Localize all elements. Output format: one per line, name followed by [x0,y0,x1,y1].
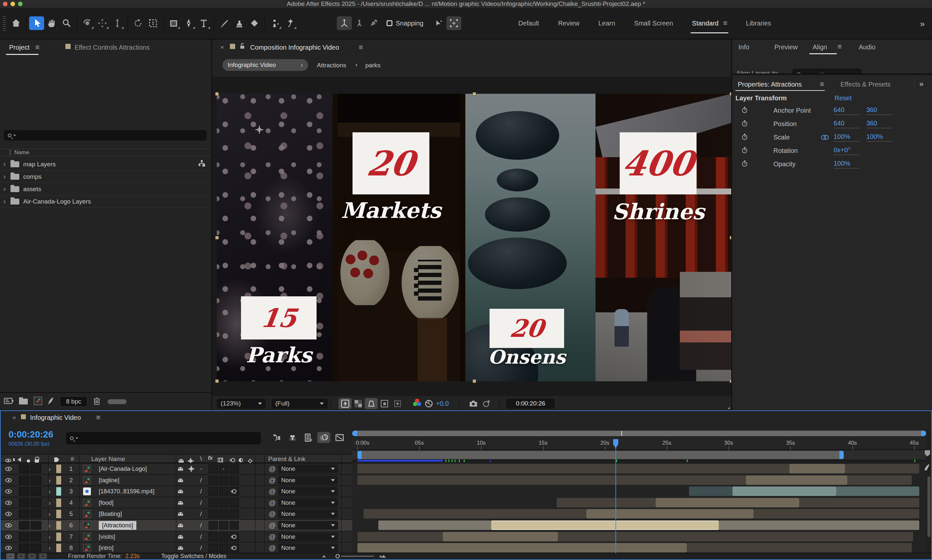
layer-expand-chevron-icon[interactable]: › [48,544,51,552]
layer-bar--attractions-[interactable] [352,520,926,530]
effects-toggle[interactable] [190,467,193,471]
layer-name[interactable]: [visits] [99,533,115,540]
hand-tool[interactable] [44,16,59,30]
switch-cell[interactable] [219,476,228,485]
vertical-scrollbar[interactable] [927,476,930,537]
zoom-in-icon[interactable] [378,555,386,558]
property-value[interactable]: 100% [833,133,860,142]
bit-depth-button[interactable]: 8 bpc [60,396,87,407]
properties-menu-icon[interactable]: ≡ [820,80,824,89]
selection-handle[interactable] [215,236,219,240]
solo-toggle[interactable] [31,510,41,518]
solo-toggle[interactable] [31,487,41,495]
pickwhip-icon[interactable]: @ [269,533,276,541]
transparency-grid-icon[interactable] [352,398,365,409]
zoom-slider-track[interactable] [341,556,374,557]
quality-column-icon[interactable]: \ [200,455,202,462]
layer-name[interactable]: [184370..81596.mp4] [99,488,154,495]
shy-toggle[interactable] [178,467,183,471]
selection-handle[interactable] [472,92,476,96]
layer-row--intro-[interactable]: ›8[intro]/@None [1,542,352,554]
audio-toggle[interactable] [19,487,29,495]
stopwatch-icon[interactable] [742,162,747,167]
property-value[interactable]: 0x+0° [833,146,860,155]
label-color-chip[interactable] [56,498,61,507]
property-value[interactable]: 360 [866,119,892,128]
selection-handle[interactable] [215,379,219,383]
pickwhip-icon[interactable]: @ [269,544,276,552]
workspace-tab-review[interactable]: Review [558,18,579,29]
toolbar-grip[interactable] [3,16,6,31]
audio-toggle[interactable] [19,465,29,473]
quality-toggle[interactable]: / [200,544,202,551]
fx-column-icon[interactable]: fx [208,455,213,461]
new-folder-icon[interactable] [19,398,28,405]
project-quill-icon[interactable] [47,397,54,407]
eraser-tool[interactable] [247,16,262,30]
switch-cell[interactable] [208,498,218,507]
parent-link-dropdown[interactable]: None [278,532,338,541]
link-scale-icon[interactable] [821,135,828,140]
parent-link-dropdown[interactable]: None [278,510,338,518]
tab-properties[interactable]: Properties: Attractions [738,81,802,88]
type-tool[interactable] [196,16,211,30]
pan-camera-tool[interactable] [95,16,110,30]
shy-toggle[interactable] [178,490,183,493]
layer-row--184370-81596-mp4-[interactable]: ›3[184370..81596.mp4]/@None [1,486,352,497]
switch-cell[interactable] [208,544,218,552]
clone-stamp-tool[interactable] [232,16,247,30]
switch-cell[interactable] [208,476,218,485]
more-workspaces-icon[interactable]: » [920,19,925,29]
timeline-tab-label[interactable]: Infographic Video [30,414,81,422]
layer-row--food-[interactable]: ›4[food]/@None [1,497,352,508]
tab-align[interactable]: Align [813,43,827,51]
switch-cell[interactable] [219,532,228,541]
expand-layer-switches-icon[interactable] [6,554,14,559]
home-tool[interactable] [9,16,23,30]
snap-cursor-icon[interactable] [431,16,446,30]
stopwatch-icon[interactable] [742,121,747,126]
project-panel-menu-icon[interactable]: ≡ [35,43,39,52]
anchor-pin-tool[interactable] [337,16,352,30]
layer-expand-chevron-icon[interactable]: › [48,510,51,518]
audio-toggle[interactable] [19,544,29,552]
frame-blending-icon[interactable] [301,432,315,443]
tab-preview[interactable]: Preview [775,43,798,51]
layer-bar--tagline-[interactable] [352,475,926,485]
solo-toggle[interactable] [31,521,41,529]
solo-toggle[interactable] [31,498,41,507]
navigator-end-handle[interactable] [921,431,926,436]
name-column-header[interactable]: Name [0,149,211,157]
shy-toggle[interactable] [178,524,183,527]
layer-name[interactable]: [Attractions] [99,521,136,530]
current-timecode[interactable]: 0:00:20:26 [9,429,53,440]
mask-visibility-icon[interactable] [365,398,378,409]
magnification-dropdown[interactable]: (123%) [217,398,266,409]
layer-row--attractions-[interactable]: ›6[Attractions]/@None [1,520,352,531]
quality-toggle[interactable]: / [200,488,202,495]
layer-bar--visits-[interactable] [352,532,926,542]
expand-chevron-icon[interactable]: › [3,172,11,181]
reset-button[interactable]: Reset [835,94,852,102]
expand-render-time-icon[interactable] [39,554,47,559]
quality-toggle[interactable]: / [200,499,202,506]
layer-name[interactable]: [tagline] [99,477,119,483]
switch-cell[interactable] [219,521,228,529]
property-value[interactable]: 100% [833,160,860,168]
solo-toggle[interactable] [31,544,41,552]
layer-name[interactable]: [Boating] [99,511,122,517]
audio-toggle[interactable] [19,476,29,485]
pickwhip-icon[interactable]: @ [269,499,276,507]
new-composition-icon[interactable] [34,397,42,407]
motion-blur-toggle[interactable] [232,534,236,539]
property-value[interactable]: 100% [866,133,892,142]
selection-handle[interactable] [730,92,731,96]
layer-name[interactable]: [food] [99,499,113,506]
layer-eye-toggle[interactable] [5,512,12,516]
selection-handle[interactable] [730,379,731,383]
workspace-tab-small-screen[interactable]: Small Screen [634,18,673,29]
parent-link-dropdown[interactable]: None [278,544,338,552]
motion-blur-icon[interactable] [317,432,330,443]
zoom-out-icon[interactable] [322,555,326,557]
folder-row-air-canada-logo-layers[interactable]: ›Air-Canada-Logo Layers [0,195,211,208]
